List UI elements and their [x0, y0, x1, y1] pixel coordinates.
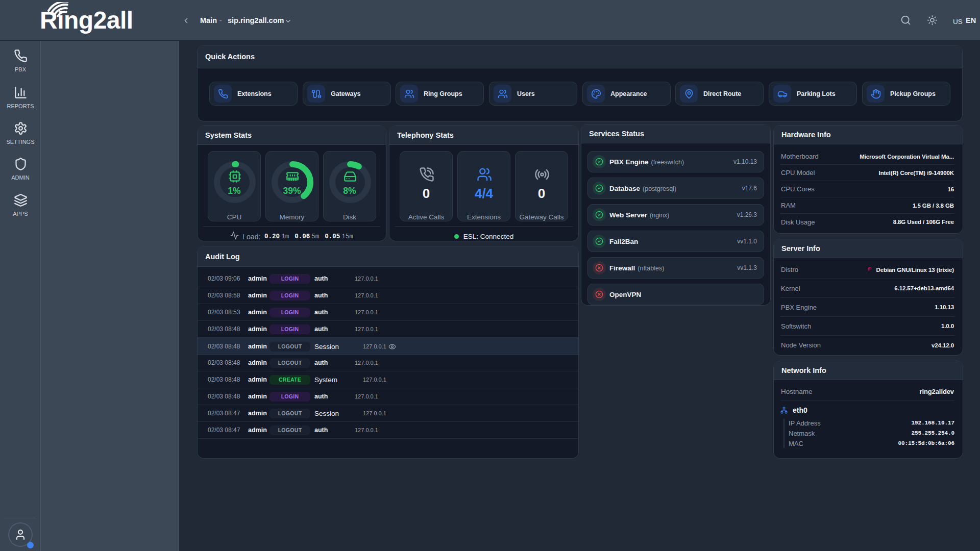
svg-text:Ring2all: Ring2all — [40, 7, 133, 34]
